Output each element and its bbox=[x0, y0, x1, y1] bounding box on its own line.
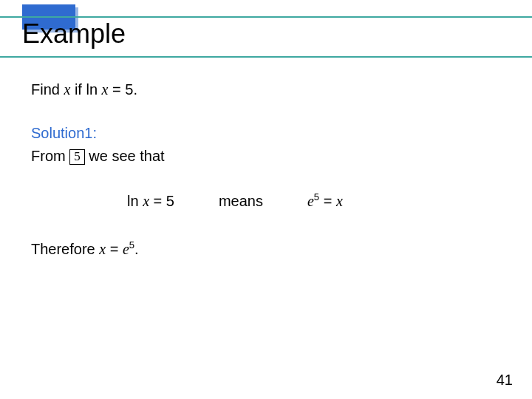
page-number: 41 bbox=[497, 372, 513, 389]
slide-body: Find x if ln x = 5. Solution1: From 5 we… bbox=[31, 80, 501, 259]
variable-x: x bbox=[99, 241, 106, 257]
equation-row: ln x = 5 means e5 = x bbox=[31, 191, 501, 211]
problem-statement: Find x if ln x = 5. bbox=[31, 80, 501, 100]
solution-label: Solution1: bbox=[31, 123, 501, 143]
text: = bbox=[106, 241, 123, 257]
text: From bbox=[31, 148, 69, 164]
exponent: 5 bbox=[129, 239, 134, 250]
base-e: e bbox=[307, 193, 314, 209]
from-line: From 5 we see that bbox=[31, 146, 501, 166]
text: = 5 bbox=[149, 193, 174, 209]
therefore-line: Therefore x = e5. bbox=[31, 239, 501, 259]
text: = bbox=[319, 193, 336, 209]
text: we see that bbox=[85, 148, 165, 164]
text: Therefore bbox=[31, 241, 99, 257]
text: if ln bbox=[70, 81, 101, 98]
text: . bbox=[134, 241, 139, 257]
base-e: e bbox=[123, 241, 129, 257]
text: = 5. bbox=[109, 81, 137, 98]
equation-connector: means bbox=[219, 191, 263, 211]
variable-x: x bbox=[143, 193, 149, 209]
variable-x: x bbox=[336, 193, 343, 209]
text: ln bbox=[127, 193, 143, 209]
variable-x: x bbox=[102, 81, 109, 98]
equation-rhs: e5 = x bbox=[307, 191, 343, 211]
boxed-reference: 5 bbox=[69, 149, 85, 165]
exponent: 5 bbox=[314, 191, 319, 202]
text: Find bbox=[31, 81, 64, 98]
slide-title: Example bbox=[22, 21, 126, 47]
equation-lhs: ln x = 5 bbox=[127, 191, 174, 211]
